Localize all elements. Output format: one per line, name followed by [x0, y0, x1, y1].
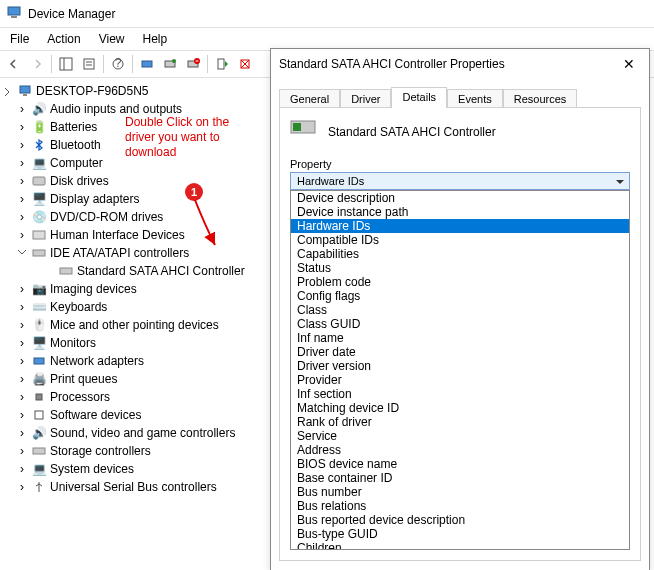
help-button[interactable]: ?: [107, 53, 129, 75]
expand-icon[interactable]: ›: [16, 337, 28, 349]
dropdown-option[interactable]: Bus number: [291, 485, 629, 499]
expand-icon[interactable]: ›: [16, 157, 28, 169]
display-icon: 🖥️: [31, 191, 47, 207]
dropdown-option[interactable]: Capabilities: [291, 247, 629, 261]
dropdown-option[interactable]: Base container ID: [291, 471, 629, 485]
node-label: Sound, video and game controllers: [50, 426, 235, 440]
menu-file[interactable]: File: [2, 30, 37, 48]
expand-icon[interactable]: ›: [16, 409, 28, 421]
tree-root-label: DESKTOP-F96D5N5: [36, 84, 148, 98]
expand-icon[interactable]: ›: [16, 319, 28, 331]
dropdown-option[interactable]: Class GUID: [291, 317, 629, 331]
expand-icon[interactable]: ›: [16, 175, 28, 187]
keyboard-icon: ⌨️: [31, 299, 47, 315]
dropdown-option[interactable]: Address: [291, 443, 629, 457]
tab-driver[interactable]: Driver: [340, 89, 391, 108]
property-combo[interactable]: Hardware IDs Device descriptionDevice in…: [290, 172, 630, 550]
node-label: Imaging devices: [50, 282, 137, 296]
dropdown-option[interactable]: Provider: [291, 373, 629, 387]
expand-icon[interactable]: ›: [16, 229, 28, 241]
dialog-tabs: General Driver Details Events Resources: [271, 79, 649, 108]
computer-icon: [17, 83, 33, 99]
svg-rect-26: [36, 394, 42, 400]
expand-icon[interactable]: ›: [16, 463, 28, 475]
show-hide-tree-button[interactable]: [55, 53, 77, 75]
dropdown-option[interactable]: Service: [291, 429, 629, 443]
expand-icon[interactable]: ›: [16, 427, 28, 439]
tab-resources[interactable]: Resources: [503, 89, 578, 108]
enable-button[interactable]: [211, 53, 233, 75]
menu-view[interactable]: View: [91, 30, 133, 48]
combo-selected[interactable]: Hardware IDs: [290, 172, 630, 190]
dropdown-option[interactable]: Device description: [291, 191, 629, 205]
expand-icon[interactable]: ›: [16, 391, 28, 403]
tab-general[interactable]: General: [279, 89, 340, 108]
dropdown-option[interactable]: Problem code: [291, 275, 629, 289]
dropdown-option[interactable]: Bus relations: [291, 499, 629, 513]
expand-icon[interactable]: ›: [16, 355, 28, 367]
app-icon: [6, 4, 22, 23]
svg-rect-2: [60, 58, 72, 70]
dropdown-option[interactable]: Bus-type GUID: [291, 527, 629, 541]
node-label: DVD/CD-ROM drives: [50, 210, 163, 224]
node-label: Software devices: [50, 408, 141, 422]
expand-icon[interactable]: ›: [16, 139, 28, 151]
collapse-icon[interactable]: [2, 85, 14, 97]
dropdown-option[interactable]: Config flags: [291, 289, 629, 303]
dropdown-option[interactable]: Compatible IDs: [291, 233, 629, 247]
cpu-icon: [31, 389, 47, 405]
dropdown-option[interactable]: Hardware IDs: [291, 219, 629, 233]
expand-icon[interactable]: ›: [16, 121, 28, 133]
details-pane: Standard SATA AHCI Controller Property H…: [279, 107, 641, 561]
back-button[interactable]: [3, 53, 25, 75]
svg-rect-1: [11, 16, 17, 18]
expand-icon[interactable]: ›: [16, 283, 28, 295]
node-label: Network adapters: [50, 354, 144, 368]
close-button[interactable]: ✕: [617, 52, 641, 76]
dropdown-option[interactable]: Inf section: [291, 387, 629, 401]
expand-icon[interactable]: ›: [16, 211, 28, 223]
collapse-icon[interactable]: [16, 247, 28, 259]
dropdown-option[interactable]: Class: [291, 303, 629, 317]
node-label: Keyboards: [50, 300, 107, 314]
dropdown-option[interactable]: Status: [291, 261, 629, 275]
hint-annotation: Double Click on the driver you want to d…: [125, 115, 229, 160]
expand-icon[interactable]: ›: [16, 301, 28, 313]
menu-help[interactable]: Help: [135, 30, 176, 48]
device-header: Standard SATA AHCI Controller: [290, 118, 630, 146]
dropdown-option[interactable]: Device instance path: [291, 205, 629, 219]
node-label: Human Interface Devices: [50, 228, 185, 242]
expand-icon[interactable]: ›: [16, 445, 28, 457]
svg-rect-24: [60, 268, 72, 274]
dropdown-option[interactable]: Inf name: [291, 331, 629, 345]
expand-icon[interactable]: ›: [16, 481, 28, 493]
toolbar-separator: [51, 55, 52, 73]
forward-button[interactable]: [26, 53, 48, 75]
dropdown-option[interactable]: Bus reported device description: [291, 513, 629, 527]
dialog-titlebar[interactable]: Standard SATA AHCI Controller Properties…: [271, 49, 649, 79]
monitor-icon: 🖥️: [31, 335, 47, 351]
uninstall-button[interactable]: [182, 53, 204, 75]
tab-details[interactable]: Details: [391, 87, 447, 108]
expand-icon[interactable]: ›: [16, 103, 28, 115]
scan-button[interactable]: [136, 53, 158, 75]
dropdown-option[interactable]: Children: [291, 541, 629, 550]
svg-rect-15: [218, 59, 224, 69]
dropdown-option[interactable]: Rank of driver: [291, 415, 629, 429]
dropdown-option[interactable]: Driver date: [291, 345, 629, 359]
expand-icon[interactable]: ›: [16, 373, 28, 385]
tab-events[interactable]: Events: [447, 89, 503, 108]
disable-button[interactable]: [234, 53, 256, 75]
window-title: Device Manager: [28, 7, 115, 21]
node-label: Disk drives: [50, 174, 109, 188]
dropdown-option[interactable]: Driver version: [291, 359, 629, 373]
properties-button[interactable]: [78, 53, 100, 75]
menu-action[interactable]: Action: [39, 30, 88, 48]
update-driver-button[interactable]: [159, 53, 181, 75]
printer-icon: 🖨️: [31, 371, 47, 387]
property-dropdown[interactable]: Device descriptionDevice instance pathHa…: [290, 190, 630, 550]
expand-icon[interactable]: ›: [16, 193, 28, 205]
dropdown-option[interactable]: Matching device ID: [291, 401, 629, 415]
node-label: Audio inputs and outputs: [50, 102, 182, 116]
dropdown-option[interactable]: BIOS device name: [291, 457, 629, 471]
